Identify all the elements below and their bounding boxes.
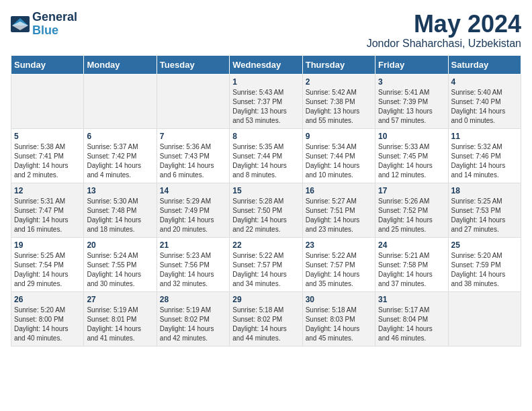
calendar-cell [157, 74, 229, 128]
day-number: 5 [14, 132, 81, 141]
day-number: 13 [87, 186, 153, 195]
month-title: May 2024 [367, 11, 521, 38]
day-number: 4 [451, 77, 518, 87]
day-number: 7 [160, 132, 226, 141]
calendar-cell: 26Sunrise: 5:20 AMSunset: 8:00 PMDayligh… [11, 291, 84, 346]
weekday-header-row: SundayMondayTuesdayWednesdayThursdayFrid… [11, 55, 521, 74]
calendar-cell [11, 74, 84, 128]
day-number: 24 [378, 240, 445, 250]
day-number: 14 [160, 186, 226, 195]
title-block: May 2024 Jondor Shaharchasi, Uzbekistan [367, 11, 521, 50]
cell-info: Sunrise: 5:43 AMSunset: 7:37 PMDaylight:… [232, 88, 299, 126]
day-number: 2 [306, 77, 372, 87]
weekday-header-thursday: Thursday [302, 55, 375, 74]
calendar-week-row: 5Sunrise: 5:38 AMSunset: 7:41 PMDaylight… [11, 128, 521, 183]
cell-info: Sunrise: 5:32 AMSunset: 7:46 PMDaylight:… [451, 142, 518, 180]
day-number: 6 [87, 132, 153, 141]
calendar-cell: 7Sunrise: 5:36 AMSunset: 7:43 PMDaylight… [157, 128, 229, 183]
cell-info: Sunrise: 5:40 AMSunset: 7:40 PMDaylight:… [451, 88, 518, 126]
calendar-week-row: 19Sunrise: 5:25 AMSunset: 7:54 PMDayligh… [11, 237, 521, 291]
calendar-cell: 18Sunrise: 5:25 AMSunset: 7:53 PMDayligh… [448, 183, 521, 237]
calendar-cell: 25Sunrise: 5:20 AMSunset: 7:59 PMDayligh… [448, 237, 521, 291]
day-number: 12 [14, 186, 81, 195]
calendar-cell: 16Sunrise: 5:27 AMSunset: 7:51 PMDayligh… [302, 183, 375, 237]
day-number: 3 [378, 77, 445, 87]
calendar-cell: 6Sunrise: 5:37 AMSunset: 7:42 PMDaylight… [84, 128, 157, 183]
calendar-cell: 2Sunrise: 5:42 AMSunset: 7:38 PMDaylight… [302, 74, 375, 128]
weekday-header-wednesday: Wednesday [230, 55, 302, 74]
calendar-cell: 20Sunrise: 5:24 AMSunset: 7:55 PMDayligh… [84, 237, 157, 291]
calendar-week-row: 1Sunrise: 5:43 AMSunset: 7:37 PMDaylight… [11, 74, 521, 128]
weekday-header-friday: Friday [375, 55, 448, 74]
calendar-cell: 21Sunrise: 5:23 AMSunset: 7:56 PMDayligh… [157, 237, 229, 291]
cell-info: Sunrise: 5:28 AMSunset: 7:50 PMDaylight:… [232, 197, 299, 234]
calendar-cell: 5Sunrise: 5:38 AMSunset: 7:41 PMDaylight… [11, 128, 84, 183]
calendar-cell: 14Sunrise: 5:29 AMSunset: 7:49 PMDayligh… [157, 183, 229, 237]
calendar-cell: 29Sunrise: 5:18 AMSunset: 8:02 PMDayligh… [230, 291, 302, 346]
calendar-cell: 27Sunrise: 5:19 AMSunset: 8:01 PMDayligh… [84, 291, 157, 346]
day-number: 30 [306, 295, 372, 304]
calendar-cell: 19Sunrise: 5:25 AMSunset: 7:54 PMDayligh… [11, 237, 84, 291]
page-header: GeneralBlue May 2024 Jondor Shaharchasi,… [11, 11, 521, 50]
weekday-header-tuesday: Tuesday [157, 55, 229, 74]
calendar-cell: 13Sunrise: 5:30 AMSunset: 7:48 PMDayligh… [84, 183, 157, 237]
calendar-cell: 9Sunrise: 5:34 AMSunset: 7:44 PMDaylight… [302, 128, 375, 183]
calendar-cell: 24Sunrise: 5:21 AMSunset: 7:58 PMDayligh… [375, 237, 448, 291]
calendar-cell: 31Sunrise: 5:17 AMSunset: 8:04 PMDayligh… [375, 291, 448, 346]
cell-info: Sunrise: 5:25 AMSunset: 7:53 PMDaylight:… [451, 197, 518, 234]
calendar-cell [84, 74, 157, 128]
day-number: 21 [160, 240, 226, 250]
cell-info: Sunrise: 5:33 AMSunset: 7:45 PMDaylight:… [378, 142, 445, 180]
logo-icon [11, 16, 30, 32]
cell-info: Sunrise: 5:38 AMSunset: 7:41 PMDaylight:… [14, 142, 81, 180]
day-number: 26 [14, 295, 81, 304]
cell-info: Sunrise: 5:21 AMSunset: 7:58 PMDaylight:… [378, 251, 445, 289]
day-number: 11 [451, 132, 518, 141]
calendar-cell: 15Sunrise: 5:28 AMSunset: 7:50 PMDayligh… [230, 183, 302, 237]
calendar-cell: 22Sunrise: 5:22 AMSunset: 7:57 PMDayligh… [230, 237, 302, 291]
calendar-cell: 28Sunrise: 5:19 AMSunset: 8:02 PMDayligh… [157, 291, 229, 346]
day-number: 8 [232, 132, 299, 141]
cell-info: Sunrise: 5:27 AMSunset: 7:51 PMDaylight:… [306, 197, 372, 234]
calendar-cell: 30Sunrise: 5:18 AMSunset: 8:03 PMDayligh… [302, 291, 375, 346]
calendar-cell [448, 291, 521, 346]
logo-text: GeneralBlue [32, 11, 77, 38]
day-number: 23 [306, 240, 372, 250]
calendar-cell: 4Sunrise: 5:40 AMSunset: 7:40 PMDaylight… [448, 74, 521, 128]
calendar-week-row: 26Sunrise: 5:20 AMSunset: 8:00 PMDayligh… [11, 291, 521, 346]
weekday-header-monday: Monday [84, 55, 157, 74]
calendar-cell: 23Sunrise: 5:22 AMSunset: 7:57 PMDayligh… [302, 237, 375, 291]
calendar-cell: 11Sunrise: 5:32 AMSunset: 7:46 PMDayligh… [448, 128, 521, 183]
day-number: 10 [378, 132, 445, 141]
cell-info: Sunrise: 5:25 AMSunset: 7:54 PMDaylight:… [14, 251, 81, 289]
cell-info: Sunrise: 5:23 AMSunset: 7:56 PMDaylight:… [160, 251, 226, 289]
calendar-cell: 1Sunrise: 5:43 AMSunset: 7:37 PMDaylight… [230, 74, 302, 128]
cell-info: Sunrise: 5:30 AMSunset: 7:48 PMDaylight:… [87, 197, 153, 234]
cell-info: Sunrise: 5:42 AMSunset: 7:38 PMDaylight:… [306, 88, 372, 126]
day-number: 19 [14, 240, 81, 250]
cell-info: Sunrise: 5:22 AMSunset: 7:57 PMDaylight:… [306, 251, 372, 289]
cell-info: Sunrise: 5:37 AMSunset: 7:42 PMDaylight:… [87, 142, 153, 180]
day-number: 22 [232, 240, 299, 250]
cell-info: Sunrise: 5:36 AMSunset: 7:43 PMDaylight:… [160, 142, 226, 180]
day-number: 16 [306, 186, 372, 195]
day-number: 29 [232, 295, 299, 304]
calendar-cell: 17Sunrise: 5:26 AMSunset: 7:52 PMDayligh… [375, 183, 448, 237]
calendar-cell: 10Sunrise: 5:33 AMSunset: 7:45 PMDayligh… [375, 128, 448, 183]
day-number: 18 [451, 186, 518, 195]
calendar-cell: 8Sunrise: 5:35 AMSunset: 7:44 PMDaylight… [230, 128, 302, 183]
day-number: 9 [306, 132, 372, 141]
day-number: 1 [232, 77, 299, 87]
day-number: 28 [160, 295, 226, 304]
cell-info: Sunrise: 5:20 AMSunset: 8:00 PMDaylight:… [14, 306, 81, 343]
calendar-table: SundayMondayTuesdayWednesdayThursdayFrid… [11, 55, 521, 347]
calendar-cell: 3Sunrise: 5:41 AMSunset: 7:39 PMDaylight… [375, 74, 448, 128]
day-number: 31 [378, 295, 445, 304]
logo: GeneralBlue [11, 11, 77, 38]
cell-info: Sunrise: 5:18 AMSunset: 8:03 PMDaylight:… [306, 306, 372, 343]
location-title: Jondor Shaharchasi, Uzbekistan [367, 38, 521, 50]
day-number: 20 [87, 240, 153, 250]
cell-info: Sunrise: 5:34 AMSunset: 7:44 PMDaylight:… [306, 142, 372, 180]
cell-info: Sunrise: 5:41 AMSunset: 7:39 PMDaylight:… [378, 88, 445, 126]
cell-info: Sunrise: 5:35 AMSunset: 7:44 PMDaylight:… [232, 142, 299, 180]
